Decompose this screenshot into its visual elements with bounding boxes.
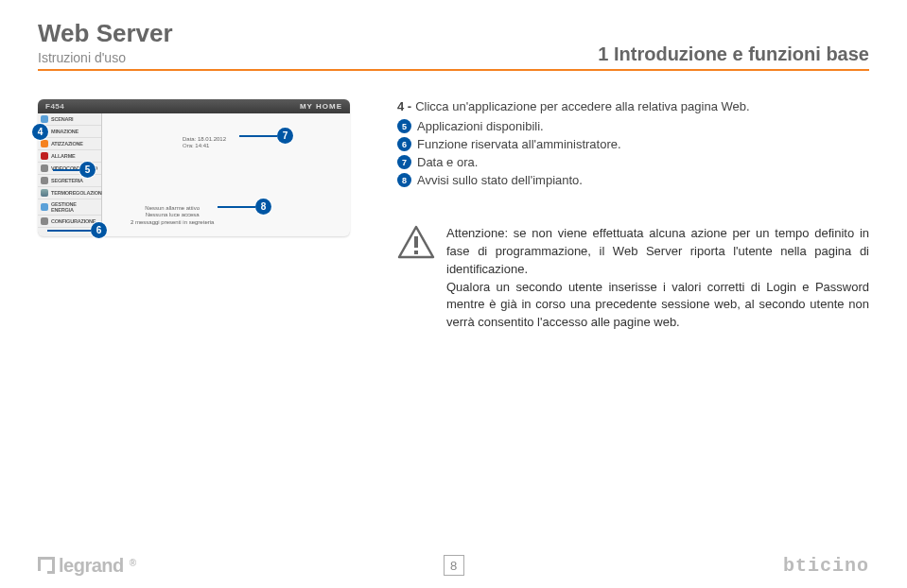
- alarm-icon: [41, 152, 48, 160]
- automation-icon: [41, 140, 48, 147]
- sidebar-item-termo[interactable]: TERMOREGOLAZIONE: [38, 187, 101, 199]
- warning-block: Attenzione: se non viene effettuata alcu…: [397, 225, 869, 332]
- svg-rect-0: [414, 236, 418, 248]
- brand-label: MY HOME: [300, 102, 342, 111]
- config-icon: [41, 217, 48, 225]
- energy-icon: [41, 203, 48, 211]
- device-model: F454: [45, 102, 64, 111]
- callout-6: 6: [91, 222, 107, 238]
- legend-8: 8Avvisi sullo stato dell'impianto.: [397, 173, 869, 187]
- legrand-square-icon: [38, 557, 55, 574]
- mail-icon: [41, 177, 48, 184]
- date-label: Data: 18.01.2012: [183, 136, 226, 143]
- sidebar-item-energia[interactable]: GESTIONE ENERGIA: [38, 199, 101, 216]
- callout-7: 7: [277, 128, 293, 144]
- status-messages: 2 messaggi presenti in segreteria: [131, 219, 214, 227]
- app-main-panel: Data: 18.01.2012 Ora: 14:41 Nessun allar…: [102, 113, 350, 236]
- thermo-icon: [41, 189, 48, 197]
- page-footer: legrand ® 8 bticino: [0, 543, 907, 588]
- status-box: Nessun allarme attivo Nessuna luce acces…: [131, 205, 214, 227]
- screenshot-figure: 4 5 6 7 8 F454 MY HOME SCENARI MINAZIONE…: [38, 99, 369, 236]
- description-column: 4 -Clicca un'applicazione per accedere a…: [397, 99, 869, 332]
- doc-subtitle: Istruzioni d'uso: [38, 50, 173, 65]
- doc-title: Web Server: [38, 19, 173, 48]
- sidebar-item-scenari[interactable]: SCENARI: [38, 113, 101, 126]
- callout-4: 4: [32, 124, 48, 140]
- bticino-logo: bticino: [783, 555, 869, 577]
- legend-6: 6Funzione riservata all'amministratore.: [397, 137, 869, 151]
- warning-icon: [397, 225, 435, 259]
- legend-7: 7Data e ora.: [397, 155, 869, 169]
- scenari-icon: [41, 115, 48, 123]
- warning-text: Attenzione: se non viene effettuata alcu…: [446, 225, 869, 332]
- page-header: Web Server Istruzioni d'uso 1 Introduzio…: [38, 19, 869, 71]
- chapter-title: 1 Introduzione e funzioni base: [598, 43, 869, 65]
- status-alarm: Nessun allarme attivo: [131, 205, 214, 213]
- titlebar: F454 MY HOME: [38, 99, 350, 113]
- sidebar-item-allarme[interactable]: ALLARME: [38, 150, 101, 163]
- legend-5: 5Applicazioni disponibili.: [397, 119, 869, 133]
- svg-rect-1: [414, 251, 418, 254]
- legrand-logo: legrand ®: [38, 555, 136, 577]
- time-label: Ora: 14:41: [183, 143, 226, 149]
- datetime-box: Data: 18.01.2012 Ora: 14:41: [183, 136, 226, 149]
- callout-8: 8: [255, 199, 271, 215]
- step-4: 4 -Clicca un'applicazione per accedere a…: [397, 99, 869, 113]
- camera-icon: [41, 164, 48, 172]
- page-number: 8: [444, 555, 464, 576]
- registered-icon: ®: [130, 558, 136, 568]
- callout-5: 5: [79, 162, 96, 178]
- sidebar-item-segreteria[interactable]: SEGRETERIA: [38, 175, 101, 187]
- sidebar-item-automazione[interactable]: ATIZZAZIONE: [38, 138, 101, 150]
- status-lights: Nessuna luce accesa: [131, 212, 214, 219]
